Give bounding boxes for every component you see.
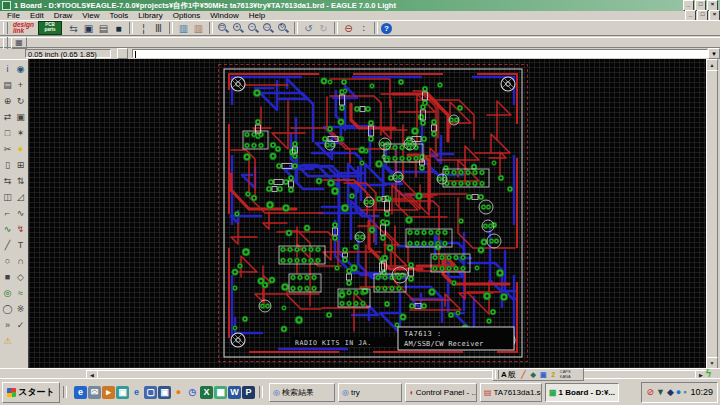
menu-tools[interactable]: Tools [105, 11, 134, 20]
spacer[interactable] [14, 333, 27, 349]
paste-tool-icon[interactable]: ● [14, 141, 27, 157]
taskbar-button-try[interactable]: ◎try [338, 383, 402, 402]
ratsnest-tool-icon[interactable]: ※ [14, 301, 27, 317]
cam-icon[interactable]: ■ [111, 22, 126, 35]
zoom-fit-icon[interactable]: ▭ [216, 22, 231, 35]
print-icon[interactable]: ▤ [96, 22, 111, 35]
zoom-in-icon[interactable]: + [231, 22, 246, 35]
open-icon[interactable]: ⇆ [66, 22, 81, 35]
zoom-out-icon[interactable]: − [246, 22, 261, 35]
show-tool-icon[interactable]: ◉ [14, 61, 27, 77]
route-tool-icon[interactable]: ∿ [1, 221, 14, 237]
drc-tool-icon[interactable]: ✓ [14, 317, 27, 333]
notification-bolt-icon[interactable]: ϟ [702, 368, 715, 380]
hole-tool-icon[interactable]: ◯ [1, 301, 14, 317]
menu-draw[interactable]: Draw [49, 11, 78, 20]
menu-file[interactable]: File [2, 11, 25, 20]
start-button[interactable]: スタート [2, 382, 60, 403]
ime-mode-indicator[interactable]: A [501, 370, 507, 379]
ime-conversion-mode[interactable]: 般 [508, 369, 516, 380]
taskbar-button-search[interactable]: ◎検索結果 [269, 383, 335, 402]
board-canvas[interactable]: RADIO KITS IN JA.TA7613 :AM/SSB/CW Recei… [28, 59, 706, 368]
cut-tool-icon[interactable]: ✂ [1, 141, 14, 157]
copy-tool-icon[interactable]: ▣ [14, 109, 27, 125]
quicklaunch-window-icon[interactable]: ▢ [144, 386, 157, 399]
quicklaunch-clock-icon[interactable]: ◷ [186, 386, 199, 399]
ripup-tool-icon[interactable]: ↯ [14, 221, 27, 237]
menu-library[interactable]: Library [133, 11, 167, 20]
ime-pen-icon[interactable]: ╱ [519, 370, 528, 379]
sheet-icon-2[interactable]: ▥ [191, 22, 206, 35]
toolbar-grip[interactable] [3, 22, 8, 34]
rotate-tool-icon[interactable]: ↻ [14, 93, 27, 109]
quicklaunch-word-icon[interactable]: W [228, 386, 241, 399]
horizontal-scrollbar[interactable]: ◀ ▶ [0, 368, 720, 378]
signal-tool-icon[interactable]: ≈ [14, 285, 27, 301]
ime-prop-icon[interactable]: 2 [549, 370, 558, 379]
quicklaunch-ie-icon[interactable]: e [74, 386, 87, 399]
zoom-redraw-icon[interactable]: ↻ [276, 22, 291, 35]
split-tool-icon[interactable]: ⌐ [1, 205, 14, 221]
quicklaunch-firefox-icon[interactable]: ● [172, 386, 185, 399]
smash-tool-icon[interactable]: ◫ [1, 189, 14, 205]
add-tool-icon[interactable]: ⊞ [14, 157, 27, 173]
circle-tool-icon[interactable]: ○ [1, 253, 14, 269]
design-link-logo[interactable]: designlink [13, 22, 34, 34]
delete-tool-icon[interactable]: ▯ [1, 157, 14, 173]
help-icon[interactable]: ? [381, 23, 392, 34]
sheet-icon-1[interactable]: ▥ [176, 22, 191, 35]
rect-tool-icon[interactable]: ■ [1, 269, 14, 285]
drill-icon[interactable]: ¦ [136, 22, 151, 35]
vertical-scrollbar[interactable]: ▲ ▼ [706, 59, 718, 368]
mirror-tool-icon[interactable]: ⇄ [1, 109, 14, 125]
quicklaunch-monitor-icon[interactable]: ▣ [158, 386, 171, 399]
move-tool-icon[interactable]: ⊕ [1, 93, 14, 109]
quicklaunch-ie2-icon[interactable]: e [130, 386, 143, 399]
quicklaunch-media-icon[interactable]: ▸ [102, 386, 115, 399]
redo-icon[interactable]: ↻ [316, 22, 331, 35]
arc-tool-icon[interactable]: ∩ [14, 253, 27, 269]
text-tool-icon[interactable]: T [14, 237, 27, 253]
quicklaunch-photo-icon[interactable]: ▣ [116, 386, 129, 399]
menu-edit[interactable]: Edit [25, 11, 49, 20]
command-input[interactable] [132, 49, 708, 58]
toolbar-grip2[interactable] [3, 37, 8, 49]
vertical-scroll-thumb[interactable] [706, 70, 718, 358]
polygon-tool-icon[interactable]: ◇ [14, 269, 27, 285]
tray-shield-icon[interactable]: ▼ [656, 383, 665, 402]
library-icon[interactable]: Ⅲ [151, 22, 166, 35]
miter-tool-icon[interactable]: ◿ [14, 189, 27, 205]
mark-tool-icon[interactable]: + [14, 77, 27, 93]
quicklaunch-mail-icon[interactable]: ✉ [88, 386, 101, 399]
tray-antivirus-icon[interactable]: ⊘ [646, 383, 654, 402]
errors-tool-icon[interactable]: ⚠ [1, 333, 14, 349]
quicklaunch-ppt-icon[interactable]: P [242, 386, 255, 399]
change-tool-icon[interactable]: ✶ [14, 125, 27, 141]
taskbar-button-sch[interactable]: ▤TA7613da1.sch [480, 383, 542, 402]
pcb-parts-logo[interactable]: PCBparts [38, 21, 62, 35]
taskbar-button-control-panel[interactable]: ◖Control Panel - ... [405, 383, 477, 402]
quicklaunch-picture-icon[interactable]: ▦ [214, 386, 227, 399]
ime-pad-icon[interactable]: ▣ [539, 370, 548, 379]
save-icon[interactable]: ▣ [81, 22, 96, 35]
grid-button[interactable]: ▦ [11, 37, 27, 49]
quicklaunch-excel-icon[interactable]: X [200, 386, 213, 399]
taskbar-button-board[interactable]: ▦1 Board - D:¥... [545, 383, 619, 402]
command-dropdown-icon[interactable]: ▼ [708, 48, 720, 59]
auto-tool-icon[interactable]: » [1, 317, 14, 333]
display-tool-icon[interactable]: ▤ [1, 77, 14, 93]
menu-view[interactable]: View [77, 11, 104, 20]
menu-window[interactable]: Window [205, 11, 243, 20]
tray-security-icon[interactable]: ◆ [667, 383, 674, 402]
stop-icon[interactable]: ⊖ [341, 22, 356, 35]
wire-tool-icon[interactable]: ╱ [1, 237, 14, 253]
ime-grip[interactable] [495, 370, 499, 379]
menu-help[interactable]: Help [244, 11, 270, 20]
via-tool-icon[interactable]: ◎ [1, 285, 14, 301]
tray-volume-icon[interactable]: ▪ [683, 383, 686, 402]
undo-icon[interactable]: ↺ [301, 22, 316, 35]
gateswap-tool-icon[interactable]: ⇅ [14, 173, 27, 189]
optimize-tool-icon[interactable]: ∿ [14, 205, 27, 221]
zoom-select-icon[interactable]: □ [261, 22, 276, 35]
menu-options[interactable]: Options [168, 11, 206, 20]
